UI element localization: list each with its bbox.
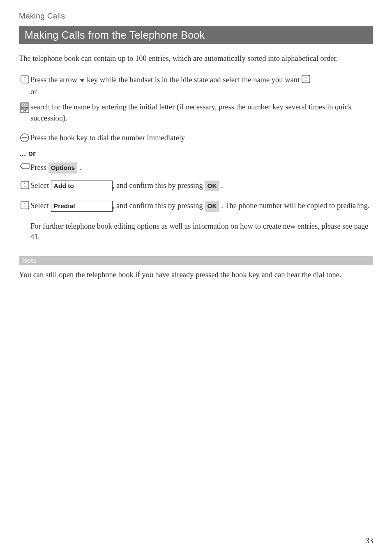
svg-rect-14 <box>24 108 25 110</box>
press-label: Press <box>30 163 46 171</box>
select-predial-row: Select Predial, and confirm this by pres… <box>19 200 373 211</box>
ok-button[interactable]: OK <box>205 201 219 211</box>
note-heading-bar: Note <box>19 256 373 265</box>
arrow-down-icon <box>80 79 84 82</box>
svg-rect-7 <box>21 104 23 105</box>
predial-option[interactable]: Predial <box>51 201 113 211</box>
svg-point-24 <box>24 206 25 207</box>
svg-rect-8 <box>24 104 25 105</box>
step1-or: or <box>30 88 37 96</box>
predial-tail: . The phone number will be copied to pre… <box>221 202 369 210</box>
select-addto-row: Select Add to, and confirm this by press… <box>19 180 373 191</box>
nav-box-icon-inline <box>302 75 310 86</box>
svg-point-23 <box>24 203 25 204</box>
dot: . <box>221 181 223 190</box>
page-number: 33 <box>366 537 373 545</box>
svg-rect-15 <box>26 108 28 110</box>
step2-text: search for the name by entering the init… <box>30 102 373 124</box>
svg-point-20 <box>24 183 25 184</box>
ok-button[interactable]: OK <box>205 181 219 191</box>
press-options-row: Press Options . <box>19 162 373 173</box>
step-row-3: Press the hook key to dial the number im… <box>19 132 373 144</box>
confirm-text: , and confirm this by pressing <box>113 181 203 190</box>
intro-paragraph: The telephone book can contain up to 100… <box>19 53 373 64</box>
svg-rect-9 <box>26 104 28 105</box>
svg-point-1 <box>24 77 25 78</box>
select-label: Select <box>30 181 49 190</box>
svg-point-2 <box>24 81 25 81</box>
keypad-icon <box>19 102 30 113</box>
svg-rect-0 <box>21 76 29 83</box>
svg-rect-12 <box>26 106 28 107</box>
hook-key-icon <box>19 132 30 142</box>
dot: . <box>79 163 81 171</box>
note-label: Note <box>22 257 37 264</box>
select-label: Select <box>30 202 49 210</box>
nav-box-icon <box>19 180 30 189</box>
svg-rect-16 <box>24 110 25 112</box>
step-row-1: Press the arrow key while the handset is… <box>19 74 373 97</box>
svg-rect-3 <box>302 75 310 83</box>
softkey-left-icon <box>19 162 30 169</box>
section-title: Making Calls from the Telephone Book <box>19 26 373 44</box>
further-info: For further telephone book editing optio… <box>30 221 373 243</box>
nav-box-icon <box>19 200 30 209</box>
svg-rect-22 <box>21 202 29 209</box>
or-heading: … or <box>19 149 373 158</box>
options-button[interactable]: Options <box>48 162 78 173</box>
step3-text: Press the hook key to dial the number im… <box>30 132 373 144</box>
step1-text-post: key while the handset is in the idle sta… <box>87 76 301 84</box>
svg-point-5 <box>305 80 306 81</box>
svg-point-21 <box>24 186 25 187</box>
svg-rect-11 <box>24 106 25 107</box>
page-header: Making Calls <box>19 12 373 21</box>
svg-point-4 <box>305 77 306 78</box>
confirm-text-2: , and confirm this by pressing <box>113 202 203 210</box>
svg-rect-10 <box>21 106 23 107</box>
note-body: You can still open the telephone book if… <box>19 269 373 280</box>
step-row-2: search for the name by entering the init… <box>19 102 373 124</box>
svg-rect-13 <box>21 108 23 110</box>
nav-box-icon <box>19 74 30 83</box>
svg-rect-19 <box>21 181 29 189</box>
addto-option[interactable]: Add to <box>51 181 113 191</box>
svg-rect-6 <box>21 103 29 113</box>
step1-text-pre: Press the arrow <box>30 76 79 84</box>
